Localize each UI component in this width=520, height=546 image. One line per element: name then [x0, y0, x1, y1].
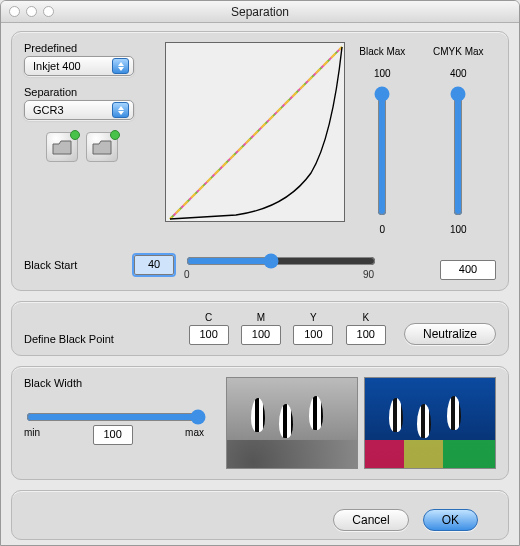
- separation-dialog: Separation Predefined Inkjet 400 Separat…: [0, 0, 520, 546]
- black-max-slider[interactable]: [373, 86, 391, 216]
- curve-plot-icon: [166, 43, 346, 223]
- black-width-min-label: min: [24, 427, 40, 445]
- black-max-top-tick: 100: [374, 66, 391, 80]
- black-width-slider[interactable]: [26, 409, 206, 425]
- channel-c-label: C: [205, 312, 212, 323]
- define-black-point-label: Define Black Point: [24, 333, 178, 345]
- black-max-bottom-tick: 0: [380, 222, 386, 236]
- folder-save-icon: [91, 138, 113, 156]
- channel-k-field[interactable]: 100: [346, 325, 386, 345]
- predefined-label: Predefined: [24, 42, 155, 54]
- preview-grayscale: [226, 377, 358, 469]
- predefined-value: Inkjet 400: [33, 60, 81, 72]
- cmyk-max-slider[interactable]: [449, 86, 467, 216]
- black-start-max-tick: 90: [363, 269, 374, 280]
- footer-panel: Cancel OK: [11, 490, 509, 540]
- channel-m-field[interactable]: 100: [241, 325, 281, 345]
- cmyk-max-group: CMYK Max 400 100: [431, 46, 485, 236]
- black-width-panel: Black Width min 100 max: [11, 366, 509, 480]
- separation-select[interactable]: GCR3: [24, 100, 134, 120]
- separation-label: Separation: [24, 86, 155, 98]
- black-width-max-label: max: [185, 427, 204, 445]
- cancel-button[interactable]: Cancel: [333, 509, 408, 531]
- black-start-min-tick: 0: [184, 269, 190, 280]
- arrow-badge-icon: [70, 130, 80, 140]
- black-start-field[interactable]: 40: [134, 255, 174, 275]
- cmyk-max-label: CMYK Max: [433, 46, 484, 60]
- titlebar: Separation: [1, 1, 519, 23]
- window-title: Separation: [1, 5, 519, 19]
- black-width-label: Black Width: [24, 377, 216, 389]
- separation-value: GCR3: [33, 104, 64, 116]
- black-start-slider[interactable]: [186, 253, 376, 269]
- folder-open-icon: [51, 138, 73, 156]
- preview-color: [364, 377, 496, 469]
- neutralize-button[interactable]: Neutralize: [404, 323, 496, 345]
- define-black-point-panel: Define Black Point C 100 M 100 Y 100 K 1…: [11, 301, 509, 356]
- black-max-group: Black Max 100 0: [355, 46, 409, 236]
- channel-c-field[interactable]: 100: [189, 325, 229, 345]
- cmyk-max-top-tick: 400: [450, 66, 467, 80]
- black-max-label: Black Max: [359, 46, 405, 60]
- main-panel: Predefined Inkjet 400 Separation GCR3: [11, 31, 509, 291]
- stepper-icon: [112, 58, 129, 74]
- cmyk-max-bottom-tick: 100: [450, 222, 467, 236]
- save-preset-button[interactable]: [86, 132, 118, 162]
- ok-button[interactable]: OK: [423, 509, 478, 531]
- black-start-label: Black Start: [24, 259, 124, 271]
- separation-curve-graph: [165, 42, 345, 222]
- predefined-select[interactable]: Inkjet 400: [24, 56, 134, 76]
- black-width-field[interactable]: 100: [93, 425, 133, 445]
- stepper-icon: [112, 102, 129, 118]
- load-preset-button[interactable]: [46, 132, 78, 162]
- channel-k-label: K: [362, 312, 369, 323]
- cmyk-max-field[interactable]: 400: [440, 260, 496, 280]
- channel-m-label: M: [257, 312, 265, 323]
- channel-y-field[interactable]: 100: [293, 325, 333, 345]
- channel-y-label: Y: [310, 312, 317, 323]
- arrow-badge-icon: [110, 130, 120, 140]
